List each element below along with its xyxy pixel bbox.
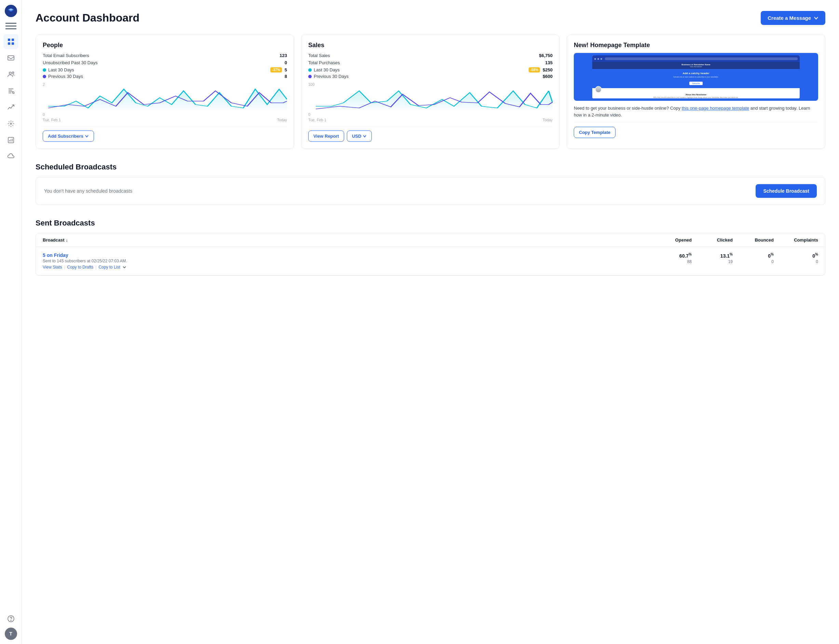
col-broadcast: Broadcast ↓ bbox=[43, 237, 651, 243]
template-description: Need to get your business or side-hustle… bbox=[574, 105, 818, 118]
indigo-dot-sales bbox=[308, 75, 312, 78]
logo[interactable] bbox=[4, 4, 18, 18]
sales-card-title: Sales bbox=[308, 42, 553, 49]
view-stats-link[interactable]: View Stats bbox=[43, 265, 62, 269]
people-chart-svg bbox=[48, 82, 287, 110]
svg-point-17 bbox=[11, 620, 11, 621]
sidebar-item-integrations[interactable] bbox=[3, 149, 18, 164]
chevron-down-icon bbox=[85, 134, 89, 138]
copy-to-drafts-link[interactable]: Copy to Drafts bbox=[67, 265, 94, 269]
sales-chart-labels: Tue, Feb 1 Today bbox=[308, 118, 553, 122]
people-last30-row: Last 30 Days -37% 5 bbox=[43, 67, 287, 72]
sidebar-item-automations[interactable] bbox=[3, 116, 18, 131]
sidebar-item-subscribers[interactable] bbox=[3, 67, 18, 82]
broadcast-actions: View Stats | Copy to Drafts | Copy to Li… bbox=[43, 265, 651, 269]
broadcast-name-link[interactable]: 5 on Friday bbox=[43, 253, 651, 258]
svg-rect-8 bbox=[12, 43, 14, 45]
svg-point-11 bbox=[12, 72, 14, 74]
copy-to-list-link[interactable]: Copy to List bbox=[99, 265, 120, 269]
sidebar: T bbox=[0, 0, 22, 644]
total-sales-row: Total Sales $6,750 bbox=[308, 53, 553, 58]
svg-point-10 bbox=[9, 72, 11, 74]
unsubscribed-row: Unsubscribed Past 30 Days 0 bbox=[43, 60, 287, 65]
sales-prev30-row: Previous 30 Days $600 bbox=[308, 74, 553, 79]
opened-stat: 60.7% 88 bbox=[651, 253, 692, 264]
template-inner: Business or Newsletter Name View Newslet… bbox=[592, 55, 800, 99]
teal-dot-sales bbox=[308, 68, 312, 72]
main-content: Account Dashboard Create a Message Peopl… bbox=[22, 0, 839, 644]
sales-chart: 100 0 bbox=[308, 82, 553, 117]
sidebar-item-forms[interactable] bbox=[3, 83, 18, 99]
people-card: People Total Email Subscribers 123 Unsub… bbox=[36, 34, 294, 149]
schedule-broadcast-button[interactable]: Schedule Broadcast bbox=[756, 184, 817, 198]
currency-selector-button[interactable]: USD bbox=[347, 130, 372, 142]
cards-row: People Total Email Subscribers 123 Unsub… bbox=[36, 34, 825, 149]
sales-last30-row: Last 30 Days -58% $250 bbox=[308, 67, 553, 72]
scheduled-broadcasts-title: Scheduled Broadcasts bbox=[36, 163, 825, 171]
clicked-stat: 13.1% 19 bbox=[692, 253, 733, 264]
col-clicked: Clicked bbox=[692, 237, 733, 243]
chevron-down-icon bbox=[363, 134, 367, 138]
sidebar-collapse-btn[interactable] bbox=[5, 22, 16, 30]
sidebar-item-dashboard[interactable] bbox=[3, 34, 18, 49]
svg-rect-5 bbox=[8, 39, 10, 41]
scheduled-empty-text: You don't have any scheduled broadcasts bbox=[44, 188, 132, 194]
scheduled-broadcasts-box: You don't have any scheduled broadcasts … bbox=[36, 177, 825, 205]
view-report-button[interactable]: View Report bbox=[308, 130, 344, 142]
page-header: Account Dashboard Create a Message bbox=[36, 11, 825, 25]
col-bounced: Bounced bbox=[733, 237, 774, 243]
template-preview-image: Business or Newsletter Name View Newslet… bbox=[574, 53, 818, 101]
svg-rect-7 bbox=[8, 43, 10, 45]
sales-card-actions: View Report USD bbox=[308, 126, 553, 142]
template-card: New! Homepage Template Business or Newsl… bbox=[567, 34, 825, 149]
people-chart-labels: Tue, Feb 1 Today bbox=[43, 118, 287, 122]
create-message-button[interactable]: Create a Message bbox=[761, 11, 825, 25]
people-card-actions: Add Subscribers bbox=[43, 126, 287, 142]
broadcast-info: 5 on Friday Sent to 145 subscribers at 0… bbox=[43, 253, 651, 269]
chevron-down-icon bbox=[814, 16, 819, 20]
teal-dot bbox=[43, 68, 46, 72]
complaints-stat: 0% 0 bbox=[774, 253, 818, 264]
bounced-stat: 0% 0 bbox=[733, 253, 774, 264]
add-subscribers-button[interactable]: Add Subscribers bbox=[43, 130, 94, 142]
copy-template-button[interactable]: Copy Template bbox=[574, 127, 615, 138]
template-link[interactable]: this one-page homepage template bbox=[682, 105, 749, 111]
col-opened: Opened bbox=[651, 237, 692, 243]
page-title: Account Dashboard bbox=[36, 12, 140, 24]
template-card-actions: Copy Template bbox=[574, 122, 818, 138]
svg-point-12 bbox=[12, 92, 14, 94]
table-header-row: Broadcast ↓ Opened Clicked Bounced Compl… bbox=[36, 233, 825, 247]
sales-chart-svg bbox=[316, 82, 553, 110]
people-chart: 2 0 bbox=[43, 82, 287, 117]
svg-point-1 bbox=[10, 8, 12, 11]
svg-rect-6 bbox=[12, 39, 14, 41]
broadcasts-table: Broadcast ↓ Opened Clicked Bounced Compl… bbox=[36, 233, 825, 276]
table-row: 5 on Friday Sent to 145 subscribers at 0… bbox=[36, 247, 825, 275]
sidebar-item-analytics[interactable] bbox=[3, 100, 18, 115]
people-prev30-row: Previous 30 Days 8 bbox=[43, 74, 287, 79]
sales-card: Sales Total Sales $6,750 Total Purchases… bbox=[301, 34, 560, 149]
col-complaints: Complaints bbox=[774, 237, 818, 243]
template-card-title: New! Homepage Template bbox=[574, 42, 818, 49]
sidebar-item-reports[interactable] bbox=[3, 133, 18, 148]
indigo-dot bbox=[43, 75, 46, 78]
total-subscribers-row: Total Email Subscribers 123 bbox=[43, 53, 287, 58]
svg-marker-19 bbox=[316, 91, 553, 110]
scheduled-broadcasts-section: Scheduled Broadcasts You don't have any … bbox=[36, 163, 825, 205]
svg-point-14 bbox=[10, 123, 12, 124]
sent-broadcasts-section: Sent Broadcasts Broadcast ↓ Opened Click… bbox=[36, 219, 825, 276]
broadcast-meta: Sent to 145 subscribers at 02/25/22 07:0… bbox=[43, 259, 651, 263]
template-browser-bar bbox=[592, 55, 800, 62]
chevron-down-icon bbox=[122, 265, 127, 269]
svg-rect-9 bbox=[8, 56, 14, 60]
sidebar-item-messages[interactable] bbox=[3, 51, 18, 66]
people-card-title: People bbox=[43, 42, 287, 49]
sent-broadcasts-title: Sent Broadcasts bbox=[36, 219, 825, 228]
sidebar-item-help[interactable] bbox=[3, 611, 18, 626]
user-avatar[interactable]: T bbox=[5, 628, 17, 640]
total-purchases-row: Total Purchases 135 bbox=[308, 60, 553, 65]
